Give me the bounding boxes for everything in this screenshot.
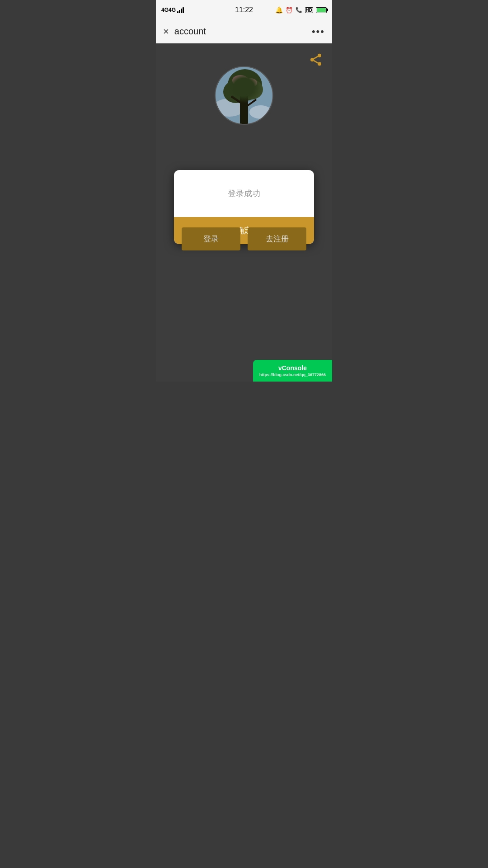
avatar-image xyxy=(216,67,272,124)
clock-icon: ⏰ xyxy=(286,7,293,14)
share-icon xyxy=(309,52,323,67)
svg-line-4 xyxy=(314,57,318,59)
action-buttons: 登录 去注册 xyxy=(182,227,306,250)
battery-indicator xyxy=(316,7,327,13)
register-button[interactable]: 去注册 xyxy=(248,227,306,250)
login-button[interactable]: 登录 xyxy=(182,227,240,250)
nav-left: × account xyxy=(163,26,206,38)
svg-point-2 xyxy=(318,62,321,66)
dialog-message-area: 登录成功 xyxy=(174,170,314,217)
svg-rect-13 xyxy=(242,101,248,125)
svg-point-11 xyxy=(232,75,249,86)
vconsole-label: vConsole xyxy=(259,364,326,372)
dialog-message-text: 登录成功 xyxy=(228,189,260,198)
avatar xyxy=(215,66,273,125)
share-button[interactable] xyxy=(309,52,323,69)
svg-line-3 xyxy=(314,61,318,63)
svg-point-8 xyxy=(228,69,262,101)
svg-point-9 xyxy=(223,80,249,103)
avatar-svg xyxy=(216,67,273,125)
more-options-button[interactable]: ••• xyxy=(312,26,325,38)
call-icon: 📞 xyxy=(296,7,302,13)
bell-icon: 🔔 xyxy=(275,6,283,14)
status-bar: 4G4G 11:22 🔔 ⏰ 📞 HD xyxy=(156,0,332,20)
hd-badge: HD xyxy=(305,7,313,13)
battery-fill xyxy=(317,8,326,12)
carrier-text: 4G4G xyxy=(161,7,176,13)
svg-point-10 xyxy=(240,80,263,99)
vconsole-sublabel: https://blog.csdn.net/qq_36772866 xyxy=(259,373,326,377)
svg-point-1 xyxy=(310,58,314,61)
svg-point-7 xyxy=(249,105,272,119)
status-right-icons: 🔔 ⏰ 📞 HD xyxy=(275,6,327,14)
carrier-signal: 4G4G xyxy=(161,7,184,13)
svg-point-0 xyxy=(318,54,321,57)
status-time: 11:22 xyxy=(235,6,253,14)
nav-bar: × account ••• xyxy=(156,20,332,43)
page-title: account xyxy=(174,26,206,37)
svg-point-12 xyxy=(244,78,257,87)
vconsole-badge[interactable]: vConsole https://blog.csdn.net/qq_367728… xyxy=(253,360,332,382)
signal-bars xyxy=(177,7,184,13)
main-content: 欢迎来到记账空间 登录成功 确定 登录 去注册 vConsole https:/… xyxy=(156,43,332,382)
close-button[interactable]: × xyxy=(163,26,169,38)
